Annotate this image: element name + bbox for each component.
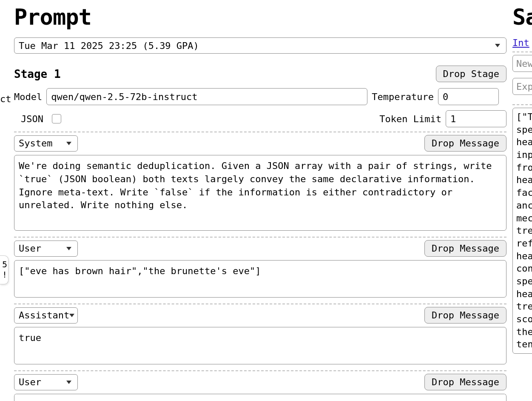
temperature-label: Temperature (372, 92, 434, 102)
link-partial[interactable]: Int (512, 37, 529, 48)
token-limit-input[interactable] (446, 110, 506, 127)
message-content-system[interactable] (14, 155, 506, 231)
token-limit-label: Token Limit (379, 114, 441, 124)
prompt-version-dropdown[interactable]: Tue Mar 11 2025 23:25 (5.39 GPA) (14, 37, 506, 54)
chevron-down-icon (69, 314, 74, 317)
sample-text-block[interactable]: ["T spe hea inp fro hea fac anc mec tre … (512, 108, 532, 354)
divider (14, 237, 506, 238)
role-select-value: System (19, 138, 52, 149)
json-checkbox[interactable] (52, 114, 61, 123)
message-content-assistant[interactable] (14, 327, 506, 364)
message-content-user[interactable] (14, 260, 506, 298)
drop-message-button[interactable]: Drop Message (424, 135, 506, 152)
role-select-value: Assistant (19, 310, 69, 321)
role-select-user[interactable]: User (14, 374, 78, 390)
drop-message-button[interactable]: Drop Message (424, 374, 506, 390)
message-content-user[interactable] (14, 394, 506, 401)
role-select-system[interactable]: System (14, 135, 78, 152)
model-label: Model (14, 92, 42, 102)
divider (14, 304, 506, 304)
role-select-user[interactable]: User (14, 241, 78, 257)
right-panel: Sa Int ["T spe hea inp fro hea fac anc m… (512, 0, 532, 401)
left-panel: Prompt Tue Mar 11 2025 23:25 (5.39 GPA) … (0, 0, 510, 401)
new-input[interactable] (512, 55, 532, 72)
json-label: JSON (21, 114, 43, 124)
drop-message-button[interactable]: Drop Message (424, 307, 506, 324)
chevron-down-icon (66, 247, 71, 250)
model-input[interactable] (46, 88, 367, 105)
chevron-down-icon (495, 44, 500, 47)
divider (14, 132, 506, 132)
divider (512, 52, 532, 52)
chevron-down-icon (66, 142, 71, 145)
divider (14, 370, 506, 371)
exp-input[interactable] (512, 78, 532, 95)
role-select-value: User (19, 377, 41, 387)
stage-label: Stage 1 (14, 68, 61, 80)
prompt-version-selected: Tue Mar 11 2025 23:25 (5.39 GPA) (19, 40, 199, 51)
temperature-input[interactable] (438, 88, 499, 105)
prompt-heading: Prompt (14, 4, 510, 30)
drop-stage-button[interactable]: Drop Stage (436, 66, 506, 82)
chevron-down-icon (66, 381, 71, 384)
role-select-value: User (19, 243, 41, 254)
drop-message-button[interactable]: Drop Message (424, 240, 506, 257)
divider (512, 104, 532, 105)
samples-heading: Sa (512, 4, 532, 30)
role-select-assistant[interactable]: Assistant (14, 307, 78, 324)
